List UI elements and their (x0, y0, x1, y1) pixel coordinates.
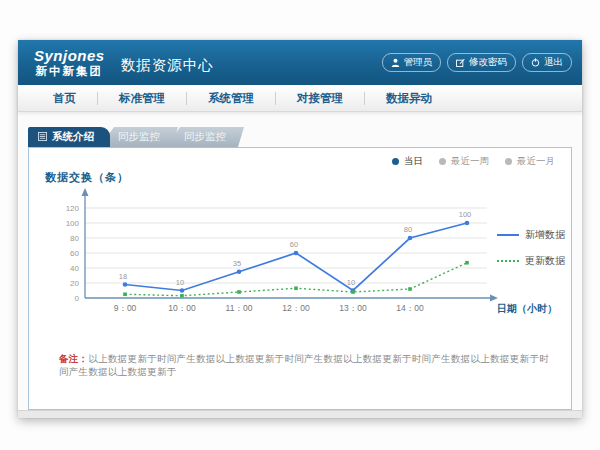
user-icon (391, 58, 400, 67)
data-exchange-chart: 0204060801001209：0010：0011：0012：0013：001… (45, 186, 560, 325)
chart-legend: 新增数据更新数据 (497, 228, 565, 268)
svg-text:0: 0 (75, 294, 80, 303)
svg-text:13：00: 13：00 (339, 303, 367, 313)
svg-text:40: 40 (70, 264, 79, 273)
page-title: 数据资源中心 (121, 50, 214, 75)
content-area: 系统介绍同步监控同步监控 当日最近一周最近一月 数据交换（条） 02040608… (18, 112, 582, 410)
svg-text:11：00: 11：00 (226, 303, 253, 313)
nav-item-4[interactable]: 数据异动 (365, 92, 453, 105)
radio-dot-icon (505, 158, 512, 165)
tab-bar: 系统介绍同步监控同步监控 (28, 127, 244, 147)
header-actions: 管理员 修改密码 退出 (382, 53, 573, 72)
legend-item-0: 新增数据 (497, 228, 565, 242)
document-icon (38, 131, 47, 143)
radio-label: 当日 (404, 155, 423, 168)
window-footer-strip (18, 410, 582, 418)
nav-item-0[interactable]: 首页 (32, 92, 98, 105)
footnote-text: 以上数据更新于时间产生数据以上数据更新于时间产生数据以上数据更新于时间产生数据以… (59, 353, 549, 377)
nav-item-2[interactable]: 系统管理 (187, 92, 276, 105)
change-password-button[interactable]: 修改密码 (447, 53, 516, 72)
svg-text:20: 20 (70, 279, 79, 288)
nav-item-1[interactable]: 标准管理 (98, 92, 187, 105)
system-intro-panel: 当日最近一周最近一月 数据交换（条） 0204060801001209：0010… (28, 147, 572, 410)
desktop-background: Synjones 新中新集团 数据资源中心 管理员 修改密码 (0, 0, 600, 450)
tab-label: 同步监控 (184, 130, 226, 144)
radio-period-2[interactable]: 最近一月 (505, 155, 555, 168)
svg-text:60: 60 (290, 240, 298, 249)
svg-text:10：00: 10：00 (168, 303, 196, 313)
radio-label: 最近一周 (451, 155, 489, 168)
svg-text:12：00: 12：00 (282, 303, 310, 313)
svg-text:60: 60 (70, 249, 79, 258)
app-window: Synjones 新中新集团 数据资源中心 管理员 修改密码 (18, 40, 582, 418)
logo-text-en: Synjones (34, 48, 105, 63)
svg-text:14：00: 14：00 (396, 303, 424, 313)
svg-text:35: 35 (233, 259, 241, 268)
svg-text:80: 80 (404, 225, 412, 234)
logo-text-cn: 新中新集团 (36, 66, 104, 78)
legend-label: 更新数据 (525, 254, 565, 268)
line-chart-svg: 0204060801001209：0010：0011：0012：0013：001… (45, 186, 560, 321)
footnote: 备注：以上数据更新于时间产生数据以上数据更新于时间产生数据以上数据更新于时间产生… (59, 352, 554, 379)
legend-label: 新增数据 (525, 228, 565, 242)
logout-button[interactable]: 退出 (522, 53, 572, 72)
radio-period-0[interactable]: 当日 (392, 155, 423, 168)
period-filter: 当日最近一周最近一月 (392, 155, 555, 168)
svg-text:9：00: 9：00 (114, 303, 137, 313)
tab-2[interactable]: 同步监控 (166, 127, 244, 147)
legend-item-1: 更新数据 (497, 254, 565, 268)
svg-text:18: 18 (119, 272, 127, 281)
dotted-line-swatch (497, 260, 519, 262)
current-user-button[interactable]: 管理员 (382, 53, 442, 72)
svg-text:120: 120 (66, 204, 80, 213)
nav-item-3[interactable]: 对接管理 (276, 92, 365, 105)
svg-text:100: 100 (66, 219, 80, 228)
tab-label: 系统介绍 (52, 130, 94, 144)
logout-label: 退出 (544, 56, 563, 69)
app-header: Synjones 新中新集团 数据资源中心 管理员 修改密码 (18, 40, 582, 85)
radio-dot-icon (392, 158, 399, 165)
radio-label: 最近一月 (517, 155, 555, 168)
current-user-label: 管理员 (404, 56, 433, 69)
tab-label: 同步监控 (118, 130, 160, 144)
footnote-prefix: 备注： (59, 353, 88, 364)
main-nav: 首页标准管理系统管理对接管理数据异动 (18, 85, 582, 112)
tab-0[interactable]: 系统介绍 (28, 127, 110, 147)
power-icon (531, 58, 540, 67)
svg-text:10: 10 (176, 278, 184, 287)
radio-period-1[interactable]: 最近一周 (439, 155, 489, 168)
chart-y-axis-title: 数据交换（条） (45, 170, 129, 185)
edit-icon (456, 58, 465, 67)
svg-text:100: 100 (459, 210, 472, 219)
change-password-label: 修改密码 (469, 56, 507, 69)
company-logo: Synjones 新中新集团 (34, 48, 105, 78)
svg-text:日期（小时）: 日期（小时） (497, 303, 557, 314)
svg-text:10: 10 (347, 278, 355, 287)
tab-1[interactable]: 同步监控 (100, 127, 178, 147)
svg-text:80: 80 (70, 234, 79, 243)
radio-dot-icon (439, 158, 446, 165)
solid-line-swatch (497, 234, 519, 236)
